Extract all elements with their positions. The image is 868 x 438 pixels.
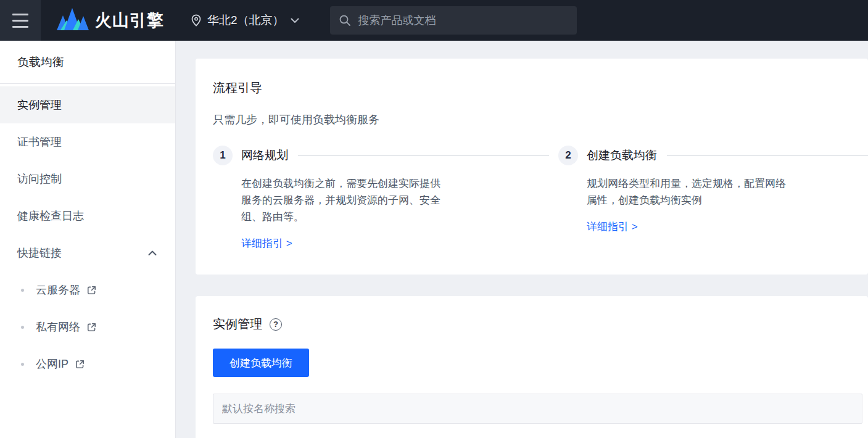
bullet-dot <box>21 363 24 366</box>
step-detail-guide-link[interactable]: 详细指引 > <box>587 220 638 234</box>
guide-step-2: 2 创建负载均衡 规划网络类型和用量，选定规格，配置网络属性，创建负载均衡实例 … <box>558 146 868 250</box>
help-question-icon[interactable]: ? <box>270 318 282 331</box>
topbar: 火山引擎 华北2（北京） <box>0 0 868 41</box>
sidebar-product-title: 负载均衡 <box>0 41 175 84</box>
hamburger-icon <box>12 14 28 28</box>
instance-management-card: 实例管理 ? 创建负载均衡 <box>196 296 868 438</box>
guide-card-title: 流程引导 <box>213 80 868 96</box>
create-load-balancer-button[interactable]: 创建负载均衡 <box>213 349 309 377</box>
sidebar-link-cloud-server[interactable]: 云服务器 <box>0 271 175 308</box>
sidebar-item-certificate-management[interactable]: 证书管理 <box>0 123 175 160</box>
external-link-icon <box>86 285 97 295</box>
step-divider-line <box>667 155 868 156</box>
step-divider-line <box>298 155 549 156</box>
sidebar-link-public-ip[interactable]: 公网IP <box>0 345 175 382</box>
step-detail-guide-link[interactable]: 详细指引 > <box>241 236 292 250</box>
instance-name-search-input[interactable] <box>213 394 862 424</box>
brand-name: 火山引擎 <box>95 9 164 31</box>
hamburger-menu-button[interactable] <box>0 0 41 41</box>
brand-logo[interactable]: 火山引擎 <box>57 7 164 34</box>
sidebar: 负载均衡 实例管理 证书管理 访问控制 健康检查日志 快捷链接 <box>0 41 176 438</box>
sidebar-item-instance-management[interactable]: 实例管理 <box>0 86 175 123</box>
sidebar-item-health-check-log[interactable]: 健康检查日志 <box>0 197 175 234</box>
process-guide-card: 流程引导 只需几步，即可使用负载均衡服务 1 网络规划 在创建负载均衡之前，需要… <box>196 59 868 275</box>
search-icon <box>339 14 351 27</box>
step-title: 网络规划 <box>241 147 288 163</box>
sidebar-group-quick-links[interactable]: 快捷链接 <box>0 234 175 271</box>
bullet-dot <box>21 326 24 329</box>
location-pin-icon <box>190 14 202 27</box>
guide-card-subtitle: 只需几步，即可使用负载均衡服务 <box>213 112 868 127</box>
chevron-down-icon <box>291 18 299 23</box>
sidebar-link-private-network[interactable]: 私有网络 <box>0 308 175 345</box>
global-search-input[interactable] <box>358 14 568 27</box>
step-description: 在创建负载均衡之前，需要先创建实际提供服务的云服务器，并规划资源的子网、安全组、… <box>241 175 445 225</box>
volcano-logo-icon <box>57 7 89 34</box>
instance-card-title: 实例管理 <box>213 316 262 333</box>
guide-step-1: 1 网络规划 在创建负载均衡之前，需要先创建实际提供服务的云服务器，并规划资源的… <box>213 146 558 250</box>
step-number-badge: 1 <box>213 146 233 165</box>
region-selector[interactable]: 华北2（北京） <box>190 12 299 28</box>
main-content: 流程引导 只需几步，即可使用负载均衡服务 1 网络规划 在创建负载均衡之前，需要… <box>176 41 868 438</box>
global-search-box[interactable] <box>330 6 577 35</box>
external-link-icon <box>75 359 85 370</box>
sidebar-item-access-control[interactable]: 访问控制 <box>0 160 175 197</box>
step-title: 创建负载均衡 <box>587 147 657 163</box>
chevron-up-icon <box>148 250 157 256</box>
bullet-dot <box>21 289 24 292</box>
external-link-icon <box>86 322 97 333</box>
step-description: 规划网络类型和用量，选定规格，配置网络属性，创建负载均衡实例 <box>587 175 790 209</box>
region-label: 华北2（北京） <box>207 12 284 28</box>
step-number-badge: 2 <box>558 146 578 165</box>
